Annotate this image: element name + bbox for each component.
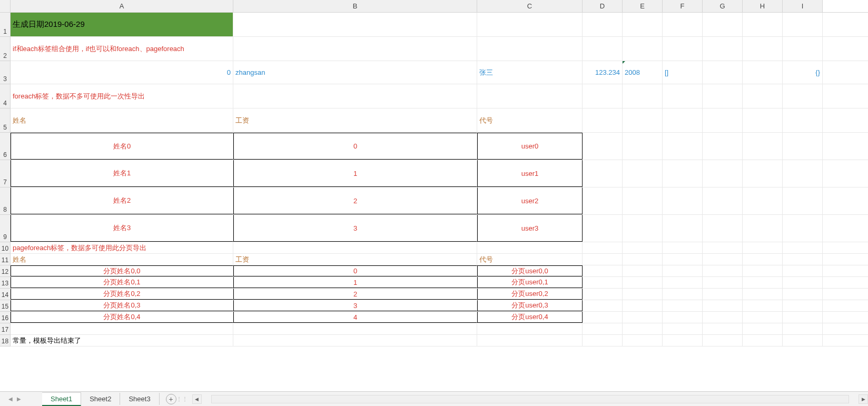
row-header-11[interactable]: 11 [0, 254, 11, 265]
cell-D10[interactable] [583, 242, 623, 253]
cell-D3[interactable]: 123.234 [583, 61, 623, 84]
cell-C3[interactable]: 张三 [477, 61, 583, 84]
sheet-tab-1[interactable]: Sheet1 [42, 392, 81, 406]
cell-D11[interactable] [583, 254, 623, 265]
cell-H7[interactable] [743, 160, 783, 187]
row-header-7[interactable]: 7 [0, 160, 11, 187]
cell-H18[interactable] [743, 335, 783, 346]
cell-I7[interactable] [783, 160, 823, 187]
cell-E12[interactable] [623, 265, 663, 276]
cell-A10[interactable]: pageforeach标签，数据多可使用此分页导出 [11, 242, 233, 253]
cell-I6[interactable] [783, 133, 823, 160]
cell-G9[interactable] [703, 215, 743, 242]
cell-B5[interactable]: 工资 [233, 108, 477, 132]
cell-D7[interactable] [583, 160, 623, 187]
row-header-13[interactable]: 13 [0, 277, 11, 289]
cell-E10[interactable] [623, 242, 663, 253]
cell-H12[interactable] [743, 265, 783, 276]
tab-nav-next-icon[interactable]: ▶ [17, 396, 21, 402]
row-header-17[interactable]: 17 [0, 323, 11, 335]
cell-F11[interactable] [663, 254, 703, 265]
cell-D15[interactable] [583, 300, 623, 311]
cell-F16[interactable] [663, 312, 703, 323]
cell-C2[interactable] [477, 37, 583, 61]
cell-B15[interactable]: 3 [233, 300, 477, 311]
hscroll-right-button[interactable]: ▶ [859, 394, 868, 404]
cell-E9[interactable] [623, 215, 663, 242]
cell-I1[interactable] [783, 13, 823, 36]
add-sheet-button[interactable]: + [166, 394, 176, 404]
cell-I4[interactable] [783, 84, 823, 108]
cell-I10[interactable] [783, 242, 823, 253]
cell-G16[interactable] [703, 312, 743, 323]
cell-E8[interactable] [623, 187, 663, 214]
cell-G7[interactable] [703, 160, 743, 187]
cell-I18[interactable] [783, 335, 823, 346]
cell-I5[interactable] [783, 108, 823, 132]
row-header-6[interactable]: 6 [0, 133, 11, 160]
cell-E4[interactable] [623, 84, 663, 108]
cell-G5[interactable] [703, 108, 743, 132]
row-header-1[interactable]: 1 [0, 13, 11, 37]
cell-D8[interactable] [583, 187, 623, 214]
cell-C17[interactable] [477, 323, 583, 334]
hscroll-left-button[interactable]: ◀ [192, 394, 202, 404]
cell-A6[interactable]: 姓名0 [11, 133, 233, 160]
cell-E1[interactable] [623, 13, 663, 36]
cell-H3[interactable] [743, 61, 783, 84]
cell-C15[interactable]: 分页user0,3 [477, 300, 583, 311]
col-header-I[interactable]: I [783, 0, 823, 12]
cell-C18[interactable] [477, 335, 583, 346]
cell-F7[interactable] [663, 160, 703, 187]
cell-I3[interactable]: {} [783, 61, 823, 84]
cell-G6[interactable] [703, 133, 743, 160]
col-header-F[interactable]: F [663, 0, 703, 12]
cell-F13[interactable] [663, 277, 703, 288]
cell-G13[interactable] [703, 277, 743, 288]
cell-H14[interactable] [743, 289, 783, 300]
cell-E13[interactable] [623, 277, 663, 288]
cell-G3[interactable] [703, 61, 743, 84]
cell-B16[interactable]: 4 [233, 312, 477, 323]
cell-E2[interactable] [623, 37, 663, 61]
cell-H17[interactable] [743, 323, 783, 334]
cell-H13[interactable] [743, 277, 783, 288]
cell-D18[interactable] [583, 335, 623, 346]
cell-I2[interactable] [783, 37, 823, 61]
cell-F8[interactable] [663, 187, 703, 214]
cell-C6[interactable]: user0 [477, 133, 583, 160]
cell-I14[interactable] [783, 289, 823, 300]
cell-F6[interactable] [663, 133, 703, 160]
row-header-8[interactable]: 8 [0, 187, 11, 215]
cell-F14[interactable] [663, 289, 703, 300]
cell-A14[interactable]: 分页姓名0,2 [11, 289, 233, 300]
cell-A9[interactable]: 姓名3 [11, 215, 233, 242]
cell-H6[interactable] [743, 133, 783, 160]
cell-G12[interactable] [703, 265, 743, 276]
cell-G14[interactable] [703, 289, 743, 300]
cell-B17[interactable] [233, 323, 477, 334]
cell-B12[interactable]: 0 [233, 265, 477, 276]
cell-D14[interactable] [583, 289, 623, 300]
cell-I8[interactable] [783, 187, 823, 214]
cell-D17[interactable] [583, 323, 623, 334]
cell-C16[interactable]: 分页user0,4 [477, 312, 583, 323]
sheet-tab-2[interactable]: Sheet2 [81, 393, 120, 405]
cell-G2[interactable] [703, 37, 743, 61]
cell-D6[interactable] [583, 133, 623, 160]
cell-A2[interactable]: if和each标签组合使用，if也可以和foreach、pageforeach [11, 37, 233, 61]
cell-E5[interactable] [623, 108, 663, 132]
cell-C8[interactable]: user2 [477, 187, 583, 214]
cell-G18[interactable] [703, 335, 743, 346]
row-header-14[interactable]: 14 [0, 289, 11, 300]
cell-F18[interactable] [663, 335, 703, 346]
cell-D1[interactable] [583, 13, 623, 36]
cell-H1[interactable] [743, 13, 783, 36]
cell-D13[interactable] [583, 277, 623, 288]
cell-E14[interactable] [623, 289, 663, 300]
cell-B9[interactable]: 3 [233, 215, 477, 242]
sheet-tab-3[interactable]: Sheet3 [120, 393, 159, 405]
cell-B6[interactable]: 0 [233, 133, 477, 160]
cell-A12[interactable]: 分页姓名0,0 [11, 265, 233, 276]
cell-E15[interactable] [623, 300, 663, 311]
